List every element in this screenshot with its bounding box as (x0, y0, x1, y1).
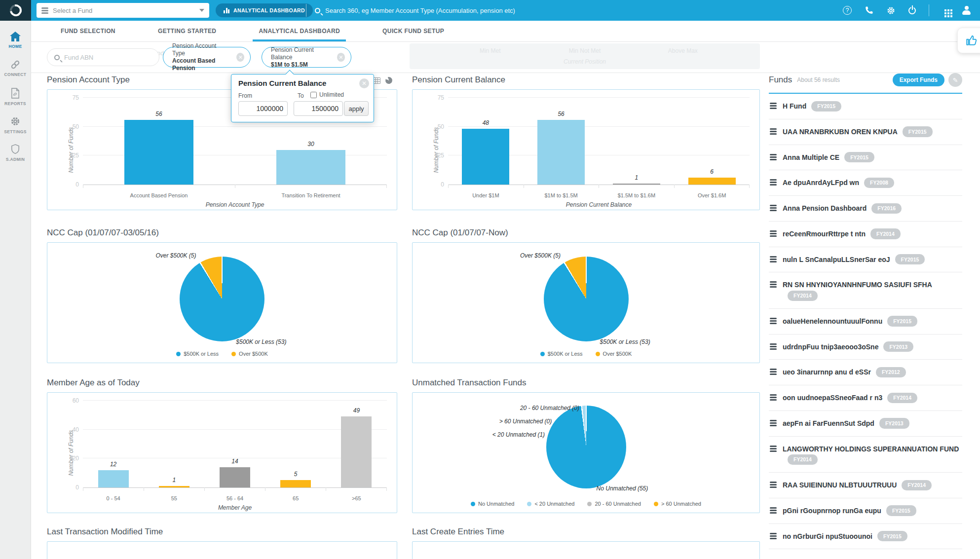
fund-list-item[interactable]: UAA NRANBRKUBN OREN KNPUAFY2015 (769, 119, 962, 145)
chart-block-last-create-entries: Last Create Entries Time (412, 527, 760, 559)
fund-name: H FundFY2015 (783, 101, 841, 112)
apps-grid-icon[interactable] (944, 9, 946, 11)
bar[interactable] (537, 120, 585, 185)
legend-dot (587, 502, 592, 506)
fund-list-item[interactable]: Ae dpuAnrdAyLFpd wnFY2008 (769, 170, 962, 196)
search-placeholder: Search 360, eg Member Account Type (Accu… (325, 7, 515, 14)
fund-list-item[interactable]: aepFn ai FarFuennSut SdpdFY2013 (769, 411, 962, 437)
bar[interactable] (688, 178, 736, 185)
sidebar-label-connect: CONNECT (4, 72, 27, 77)
bar[interactable] (341, 416, 372, 487)
fund-list-item[interactable]: H FundFY2015 (769, 94, 962, 119)
to-value-input[interactable] (294, 101, 343, 116)
x-tick-label: $1M to $1.5M (524, 192, 599, 198)
bar[interactable] (280, 480, 311, 487)
bar[interactable] (98, 470, 129, 487)
bar-value-label: 14 (204, 458, 265, 465)
funds-title: Funds (769, 75, 792, 85)
x-tick-label: Over $1.6M (674, 192, 750, 198)
global-search[interactable]: Search 360, eg Member Account Type (Accu… (315, 0, 515, 21)
bar-value-label: 30 (235, 141, 387, 148)
y-tick-label: 0 (427, 181, 444, 188)
unlimited-checkbox-label[interactable]: Unlimited (310, 91, 344, 98)
chain-link-icon (9, 60, 21, 70)
legend: No Unmatched< 20 Unmatched20 - 60 Unmatc… (413, 501, 759, 507)
sidebar-item-reports[interactable]: REPORTS (0, 88, 31, 116)
fund-list-item[interactable]: Anna Pension DashboardFY2016 (769, 196, 962, 222)
from-value-input[interactable] (238, 101, 288, 116)
tab-getting-started[interactable]: GETTING STARTED (152, 21, 222, 41)
tab-quick-fund-setup[interactable]: QUICK FUND SETUP (377, 21, 450, 41)
bar[interactable] (462, 129, 509, 185)
fund-database-icon (770, 103, 777, 104)
feedback-thumb-card[interactable] (957, 28, 980, 53)
tab-fund-selection[interactable]: FUND SELECTION (55, 21, 121, 41)
sidebar-item-connect[interactable]: CONNECT (0, 60, 31, 88)
unlimited-checkbox[interactable] (310, 92, 317, 98)
bar[interactable] (220, 467, 250, 487)
fund-selector-dropdown[interactable]: Select a Fund (37, 3, 209, 18)
y-axis-label: Number of Funds (68, 430, 75, 476)
fund-year-badge: FY2015 (811, 101, 841, 112)
analytical-dashboard-button[interactable]: ANALYTICAL DASHBOARD (216, 3, 313, 17)
fund-year-badge: FY2015 (903, 126, 933, 137)
legend: $500K or LessOver $500K (413, 351, 759, 357)
fund-list-item[interactable]: RAA SUIEINUNU NLBTUUUTRUUUFY2014 (769, 473, 962, 498)
export-funds-button[interactable]: Export Funds (893, 74, 944, 86)
sidebar-item-home[interactable]: HOME (0, 32, 31, 60)
pie[interactable] (546, 406, 626, 488)
fund-list-item[interactable]: pGni rGoupnrnop runGa eupuFY2015 (769, 498, 962, 524)
brand-logo[interactable] (0, 0, 31, 21)
fund-list-item[interactable]: no nGrburGi npuStuoounoiFY2015 (769, 524, 962, 550)
x-axis-label: Member Age (83, 504, 387, 511)
help-icon[interactable]: ? (843, 6, 852, 15)
topbar-icons: ? (843, 0, 971, 21)
apply-button[interactable]: apply (344, 101, 369, 116)
fund-list-item[interactable]: oalueHenelennountuuulFonnuFY2015 (769, 309, 962, 335)
table-view-icon[interactable] (373, 77, 380, 84)
chip-close-icon[interactable]: ✕ (337, 53, 345, 62)
fund-list-item[interactable]: Anna Multiple CEFY2015 (769, 145, 962, 171)
power-icon[interactable] (908, 7, 916, 14)
fund-list-item[interactable]: udrdnpFuu tnip3aeooo3oSneFY2013 (769, 335, 962, 360)
popup-arrow (286, 70, 294, 78)
tab-analytical-dashboard[interactable]: ANALYTICAL DASHBOARD (253, 21, 346, 41)
popup-close-icon[interactable]: ✕ (359, 78, 369, 88)
pie[interactable] (180, 257, 264, 341)
sidebar-item-settings[interactable]: SETTINGS (0, 116, 31, 144)
popup-title: Pension Current Balance (238, 79, 326, 87)
fund-year-badge: FY2013 (879, 418, 909, 428)
bar[interactable] (276, 150, 345, 185)
plot-area: 0204060121145490 - 545556 - 6465>65Membe… (83, 401, 387, 488)
results-count: About 56 results (797, 76, 892, 83)
pie[interactable] (544, 257, 629, 341)
from-label: From (238, 92, 252, 99)
bar[interactable] (124, 120, 193, 185)
filter-chip-pension-account-type[interactable]: Pension Account Type Account Based Pensi… (163, 47, 251, 68)
settings-gear-icon[interactable] (886, 6, 896, 15)
to-label: To (298, 92, 304, 99)
user-avatar-icon[interactable] (962, 6, 971, 15)
bar-value-label: 6 (674, 168, 750, 175)
x-tick-label: 0 - 54 (83, 495, 144, 501)
fund-list-item[interactable]: LANGWORTHY HOLDINGS SUPERANNUATION FUNDF… (769, 437, 962, 473)
x-tick-label: Under $1M (448, 192, 524, 198)
legend-item: < 20 Unmatched (527, 501, 574, 507)
pie-view-icon[interactable] (384, 76, 393, 85)
fund-database-icon (770, 343, 777, 345)
fund-year-badge: FY2015 (844, 152, 874, 162)
fund-abn-input[interactable] (64, 54, 152, 61)
chip-title: Pension Current Balance (271, 46, 331, 61)
last-transaction-modified-chart (47, 541, 397, 559)
phone-icon[interactable] (865, 6, 873, 15)
sidebar-item-sadmin[interactable]: S.ADMIN (0, 144, 31, 172)
fund-database-icon (770, 281, 777, 283)
fund-list-item[interactable]: reCeenRmourRttrpe t ntnFY2014 (769, 222, 962, 247)
filter-chip-pension-current-balance[interactable]: Pension Current Balance $1M to $1.5M ✕ (262, 47, 351, 68)
chip-close-icon[interactable]: ✕ (236, 53, 244, 62)
fund-list-item[interactable]: ueo 3inarurnnp anu d eSSrFY2012 (769, 360, 962, 385)
fund-list-item[interactable]: nuln L SnCanalpuLLSnerSar eoJFY2015 (769, 247, 962, 273)
edit-pencil-icon[interactable]: ✎ (948, 73, 962, 87)
fund-list-item[interactable]: oon uudnoepaSSneoFaad r n3FY2014 (769, 385, 962, 411)
fund-list-item[interactable]: RN SN HNYNIOYANNHNFUMO SASIUFI SFHAFY201… (769, 272, 962, 308)
